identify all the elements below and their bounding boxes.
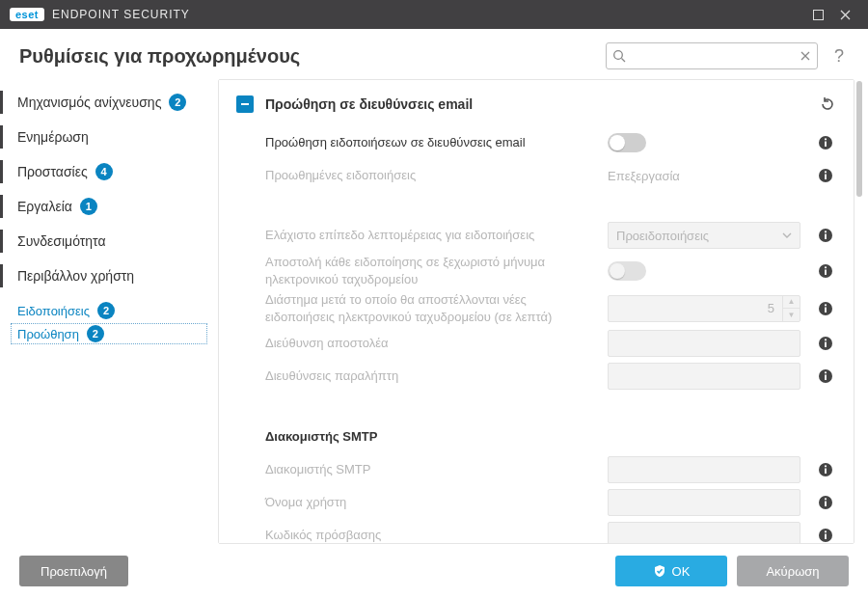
cancel-button[interactable]: Ακύρωση [737,556,849,586]
svg-point-6 [825,138,827,140]
footer: Προεπιλογή ΟΚ Ακύρωση [0,544,868,598]
toggle-forward-enable[interactable] [608,133,646,152]
svg-rect-11 [825,234,827,240]
scrollbar[interactable] [856,79,862,544]
header: Ρυθμίσεις για προχωρημένους ? [0,29,868,79]
sidebar-item-label: Ειδοποιήσεις [17,304,90,318]
sidebar-item-label: Μηχανισμός ανίχνευσης [17,95,161,110]
sidebar: Μηχανισμός ανίχνευσης 2 Ενημέρωση Προστα… [0,79,218,544]
label-separate-emails: Αποστολή κάθε ειδοποίησης σε ξεχωριστό μ… [236,254,598,287]
stepper-down-icon[interactable]: ▼ [783,309,800,321]
search-box[interactable] [606,42,818,69]
stepper-up-icon[interactable]: ▲ [783,296,800,310]
content-panel: Προώθηση σε διευθύνσεις email Προώθηση ε… [218,79,854,544]
info-icon[interactable] [815,263,836,279]
svg-rect-23 [825,375,827,381]
ok-button-label: ΟΚ [672,564,691,579]
svg-rect-17 [825,307,827,313]
verbosity-select[interactable]: Προειδοποιήσεις [608,222,800,249]
brand-badge: eset [10,8,44,21]
label-forward-enable: Προώθηση ειδοποιήσεων σε διευθύνσεις ema… [236,134,598,151]
brand-text: ENDPOINT SECURITY [52,8,190,21]
interval-input[interactable] [609,296,782,321]
info-icon[interactable] [815,336,836,351]
sidebar-item-label: Ενημέρωση [17,129,89,145]
info-icon[interactable] [815,495,836,510]
chevron-down-icon [782,229,792,243]
info-icon[interactable] [815,228,836,243]
revert-icon[interactable] [819,95,836,113]
badge: 1 [80,198,97,215]
sidebar-item-detection-engine[interactable]: Μηχανισμός ανίχνευσης 2 [10,85,208,120]
svg-point-30 [825,498,827,500]
svg-rect-29 [825,502,827,507]
svg-rect-14 [825,269,827,275]
svg-rect-8 [825,175,827,180]
badge: 2 [169,94,186,111]
sidebar-item-label: Εργαλεία [17,199,72,214]
svg-point-9 [825,171,827,173]
svg-point-1 [614,51,623,60]
info-icon[interactable] [815,168,836,183]
ok-button[interactable]: ΟΚ [615,556,727,586]
shield-icon [653,564,666,578]
cancel-button-label: Ακύρωση [766,564,819,579]
default-button[interactable]: Προεπιλογή [19,556,128,586]
smtp-user-input[interactable] [608,489,800,516]
toggle-separate-emails[interactable] [608,261,646,281]
svg-rect-3 [241,103,249,105]
label-verbosity: Ελάχιστο επίπεδο λεπτομέρειας για ειδοπο… [236,227,598,244]
label-forwarded-notifications: Προωθημένες ειδοποιήσεις [236,167,598,184]
clear-search-icon[interactable] [800,50,811,62]
titlebar: eset ENDPOINT SECURITY [0,0,868,29]
svg-point-24 [825,371,827,373]
sidebar-item-tools[interactable]: Εργαλεία 1 [10,189,208,224]
sidebar-sub-forwarding[interactable]: Προώθηση 2 [10,322,208,345]
sidebar-item-user-interface[interactable]: Περιβάλλον χρήστη [10,258,208,293]
sidebar-item-update[interactable]: Ενημέρωση [10,120,208,154]
info-icon[interactable] [815,301,836,316]
smtp-server-input[interactable] [608,456,800,483]
svg-line-2 [622,59,626,63]
maximize-icon[interactable] [804,0,831,29]
label-smtp-server: Διακομιστής SMTP [236,461,598,478]
label-smtp-password: Κωδικός πρόσβασης [236,527,598,544]
svg-rect-0 [813,10,823,19]
smtp-subheading: Διακομιστής SMTP [265,429,836,444]
badge: 2 [87,325,104,342]
verbosity-value: Προειδοποιήσεις [616,229,709,243]
page-title: Ρυθμίσεις για προχωρημένους [19,45,594,68]
sidebar-item-label: Προώθηση [17,327,79,341]
info-icon[interactable] [815,462,836,477]
svg-rect-26 [825,469,827,475]
sender-input[interactable] [608,330,800,357]
svg-rect-32 [825,534,827,540]
section-title: Προώθηση σε διευθύνσεις email [265,96,807,112]
edit-forwarded-link[interactable]: Επεξεργασία [608,169,680,183]
info-icon[interactable] [815,368,836,384]
collapse-icon[interactable] [236,95,254,113]
sidebar-sub-notifications[interactable]: Ειδοποιήσεις 2 [10,299,208,322]
label-smtp-user: Όνομα χρήστη [236,494,598,511]
help-icon[interactable]: ? [829,46,849,67]
scrollbar-thumb[interactable] [856,81,862,197]
svg-point-15 [825,266,827,268]
info-icon[interactable] [815,135,836,150]
close-icon[interactable] [831,0,858,29]
svg-rect-5 [825,142,827,148]
search-input[interactable] [626,49,800,64]
badge: 4 [95,163,113,180]
interval-stepper[interactable]: ▲ ▼ [608,295,800,322]
sidebar-item-label: Συνδεσιμότητα [17,233,106,249]
recipients-input[interactable] [608,363,800,390]
sidebar-item-protections[interactable]: Προστασίες 4 [10,154,208,189]
search-icon [612,49,626,63]
info-icon[interactable] [815,528,836,543]
sidebar-item-label: Προστασίες [17,164,88,179]
sidebar-item-label: Περιβάλλον χρήστη [17,268,134,284]
svg-point-33 [825,530,827,532]
smtp-password-input[interactable] [608,522,800,544]
svg-point-27 [825,465,827,467]
svg-point-12 [825,231,827,232]
sidebar-item-connectivity[interactable]: Συνδεσιμότητα [10,224,208,258]
